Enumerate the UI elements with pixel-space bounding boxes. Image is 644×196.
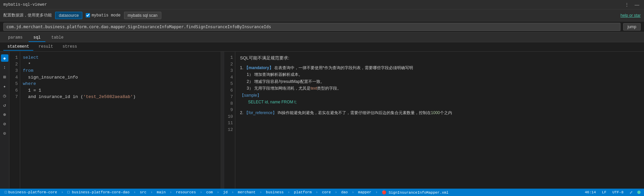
- breadcrumb-item-11: dao: [340, 190, 349, 194]
- analysis-item-2: 2. 【for_reference】 IN操作能避免则避免，若实在避免不了，需要…: [240, 109, 639, 116]
- editor-area: 1 2 3 4 5 6 7 select * from sign_insuran…: [9, 52, 644, 189]
- tab-sql[interactable]: sql: [29, 34, 45, 42]
- item-1-sub-3: 3） 无用字段增加网络消耗，尤其是text类型的字段。: [247, 85, 639, 92]
- code-content[interactable]: select * from sign_insurance_info where …: [20, 52, 221, 189]
- breadcrumb-item-10: core: [321, 190, 332, 194]
- breadcrumb-item-7: merchant: [237, 190, 257, 194]
- breadcrumb-item-12: mapper: [357, 190, 373, 194]
- more-button[interactable]: ⋮: [623, 1, 631, 8]
- breadcrumb-item-5: com: [205, 190, 214, 194]
- item-1-sub-2: 2） 增减字段容易与resultMap配置不一致。: [247, 78, 639, 85]
- refresh-icon[interactable]: ↺: [1, 101, 8, 109]
- grid-icon[interactable]: ⊞: [1, 73, 8, 81]
- jump-button[interactable]: jump: [623, 23, 641, 31]
- item-1-sample-code: SELECT id, name FROM t;: [248, 99, 639, 105]
- subtabs-row: statement result stress: [0, 42, 644, 52]
- subtab-stress[interactable]: stress: [58, 43, 81, 51]
- url-input[interactable]: [3, 23, 620, 31]
- add-icon[interactable]: ⊕: [1, 111, 8, 118]
- gutter[interactable]: [221, 52, 225, 189]
- sidebar: ◈ ↕ ⊞ ✦ ◷ ↺ ⊕ ⊘ ⊙: [0, 52, 9, 189]
- analysis-pane: SQL可能不满足规范要求: 1. 【mandatory】 在表查询中，一律不要使…: [235, 52, 644, 189]
- editor-content[interactable]: 1 2 3 4 5 6 7 select * from sign_insuran…: [9, 52, 221, 189]
- analysis-title: SQL可能不满足规范要求:: [240, 55, 639, 61]
- datasource-button[interactable]: datasource: [55, 12, 82, 19]
- toolbar-label: 配置数据源，使用更多功能: [3, 12, 52, 18]
- minimize-button[interactable]: —: [633, 1, 641, 8]
- statusbar-right: 46:14 LF UTF-8 ⤢: [583, 190, 641, 195]
- subtab-statement[interactable]: statement: [3, 43, 33, 51]
- statusbar: □ business-platform-core › □ business-pl…: [0, 189, 644, 196]
- gutter-line: [223, 52, 223, 189]
- toolbar: 配置数据源，使用更多功能 datasource mybatis mode myb…: [0, 9, 644, 21]
- right-line-numbers: 1 2 3 4 5 6 7 8 9 10 11 12: [225, 52, 235, 189]
- line-ending: LF: [601, 190, 608, 194]
- item-2-desc: IN操作能避免则避免，若实在避免不了，需要仔细评估IN后边的集合元素数量，控制在…: [277, 110, 452, 115]
- item-1-tag: 【mandatory】: [244, 65, 273, 70]
- item-1-num: 1.: [240, 65, 244, 70]
- tabs-row: params sql table: [0, 32, 644, 42]
- analysis-item-1: 1. 【mandatory】 在表查询中，一律不要使用*作为查询的字段列表，需要…: [240, 64, 639, 105]
- tab-params[interactable]: params: [3, 34, 27, 42]
- breadcrumb-text-0: business-platform-core: [8, 190, 57, 194]
- breadcrumb-item-3: main: [155, 190, 167, 194]
- breadcrumb-item-8: business: [265, 190, 285, 194]
- titlebar: mybatis-sql-viewer ⋮ —: [0, 0, 644, 9]
- analysis-area: 1 2 3 4 5 6 7 8 9 10 11 12 SQL可能不满足规范要求:…: [225, 52, 644, 189]
- sql-editor: 1 2 3 4 5 6 7 select * from sign_insuran…: [9, 52, 221, 189]
- breadcrumb-item-6: jd: [222, 190, 229, 194]
- breadcrumb-item-0: □ business-platform-core: [3, 190, 58, 194]
- info-icon[interactable]: ⊙: [1, 130, 8, 137]
- expand-icon[interactable]: ⤢: [628, 190, 634, 195]
- help-link[interactable]: help or star: [620, 13, 641, 18]
- app-title: mybatis-sql-viewer: [3, 2, 47, 7]
- breadcrumb-item-13: 🔴 SignInsuranceInfoMapper.xml: [380, 190, 450, 195]
- charset: UTF-8: [611, 190, 625, 194]
- item-1-sub-1: 1） 增加查询解析器解析成本。: [247, 71, 639, 78]
- tab-table[interactable]: table: [47, 34, 68, 42]
- sort-icon[interactable]: ↕: [1, 64, 8, 71]
- item-2-num: 2.: [240, 110, 244, 115]
- mybatis-mode-label: mybatis mode: [91, 13, 120, 18]
- settings-icon[interactable]: ⊘: [1, 120, 8, 128]
- breadcrumb-item-9: platform: [292, 190, 313, 194]
- breadcrumb-item-2: src: [138, 190, 148, 194]
- repo-icon: □: [5, 190, 7, 194]
- urlbar: jump: [0, 21, 644, 32]
- subtab-result[interactable]: result: [35, 43, 57, 51]
- cursor-position: 46:14: [583, 190, 597, 194]
- titlebar-controls: ⋮ —: [623, 1, 641, 8]
- status-dot: [637, 191, 641, 194]
- breadcrumb: □ business-platform-core › □ business-pl…: [3, 190, 583, 195]
- breadcrumb-item-1: □ business-platform-core-dao: [66, 190, 131, 194]
- star-icon[interactable]: ✦: [1, 83, 8, 90]
- clock-icon[interactable]: ◷: [1, 92, 8, 99]
- plugin-icon[interactable]: ◈: [1, 54, 8, 62]
- main-content: ◈ ↕ ⊞ ✦ ◷ ↺ ⊕ ⊘ ⊙ 1 2 3 4 5 6 7 select *…: [0, 52, 644, 189]
- mybatis-scan-button[interactable]: mybatis sql scan: [124, 12, 161, 19]
- mybatis-mode-input[interactable]: [86, 13, 90, 17]
- mybatis-mode-checkbox[interactable]: mybatis mode: [86, 13, 120, 18]
- item-2-tag: 【for_reference】: [244, 110, 276, 115]
- item-1-sample-label: 【sample】: [240, 92, 639, 99]
- item-1-desc: 在表查询中，一律不要使用*作为查询的字段列表，需要哪些字段必须明确写明: [273, 65, 413, 70]
- line-numbers: 1 2 3 4 5 6 7: [9, 52, 20, 189]
- breadcrumb-item-4: resources: [174, 190, 197, 194]
